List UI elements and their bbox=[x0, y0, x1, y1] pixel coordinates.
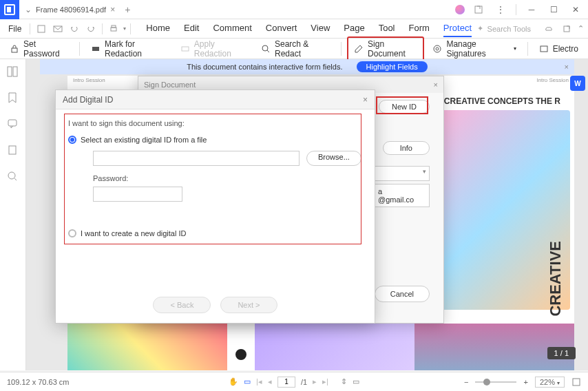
ribbon: Set Password Mark for Redaction Apply Re… bbox=[0, 39, 588, 59]
browse-button[interactable]: Browse... bbox=[306, 151, 361, 166]
print-dropdown-icon[interactable]: ▾ bbox=[123, 25, 126, 32]
svg-rect-7 bbox=[92, 47, 99, 51]
tab-home[interactable]: Home bbox=[146, 20, 170, 37]
thumbnails-icon[interactable] bbox=[7, 66, 19, 78]
select-tool-icon[interactable]: ▭ bbox=[244, 377, 251, 386]
save-icon[interactable] bbox=[34, 22, 48, 36]
svg-point-9 bbox=[262, 45, 268, 51]
tab-page[interactable]: Page bbox=[344, 20, 364, 37]
ai-assistant-icon[interactable] bbox=[455, 5, 465, 14]
bottom-images bbox=[67, 324, 574, 370]
redo-icon[interactable] bbox=[84, 22, 98, 36]
info-button[interactable]: Info bbox=[383, 141, 430, 155]
radio-create-row[interactable]: I want to create a new digital ID bbox=[68, 229, 362, 237]
close-window-button[interactable]: ✕ bbox=[567, 1, 584, 18]
hand-tool-icon[interactable]: ✋ bbox=[229, 377, 238, 386]
electronic-label: Electro bbox=[553, 44, 578, 54]
export-icon[interactable] bbox=[560, 22, 574, 36]
password-label: Password: bbox=[93, 174, 362, 182]
svg-rect-3 bbox=[111, 28, 116, 31]
electronic-icon bbox=[539, 44, 549, 54]
search-icon[interactable] bbox=[7, 171, 19, 183]
mail-icon[interactable] bbox=[51, 22, 65, 36]
more-icon[interactable]: ⋮ bbox=[492, 1, 509, 18]
app-logo bbox=[0, 0, 19, 19]
tab-comment[interactable]: Comment bbox=[213, 20, 251, 37]
search-redact-icon bbox=[261, 44, 271, 54]
tab-convert[interactable]: Convert bbox=[266, 20, 297, 37]
last-page-icon[interactable]: ▸| bbox=[322, 377, 328, 386]
new-id-highlight bbox=[376, 96, 428, 114]
manage-signatures-button[interactable]: Manage Signatures ▾ bbox=[427, 36, 521, 61]
svg-rect-1 bbox=[38, 25, 45, 32]
attachment-icon[interactable] bbox=[7, 145, 19, 157]
cancel-button[interactable]: Cancel bbox=[375, 286, 430, 302]
apply-redaction-button: Apply Redaction bbox=[175, 36, 253, 61]
manage-signatures-label: Manage Signatures bbox=[446, 39, 509, 59]
svg-rect-16 bbox=[8, 120, 17, 126]
share-icon[interactable] bbox=[470, 1, 487, 18]
doc-header-right: Intro Session bbox=[536, 77, 569, 85]
scroll-mode-icon[interactable]: ⇕ bbox=[341, 377, 347, 386]
zoom-slider[interactable] bbox=[475, 381, 516, 383]
email-line2: @gmail.co bbox=[378, 196, 426, 204]
password-input[interactable] bbox=[93, 187, 182, 202]
page-input[interactable] bbox=[277, 377, 295, 388]
file-menu[interactable]: File bbox=[4, 24, 25, 34]
banner-close-icon[interactable]: × bbox=[565, 63, 569, 71]
zoom-value[interactable]: 22% ▾ bbox=[535, 377, 565, 388]
sign-dialog-title: Sign Document bbox=[144, 81, 196, 89]
tab-form[interactable]: Form bbox=[409, 20, 430, 37]
electronic-button[interactable]: Electro bbox=[534, 41, 584, 56]
page-indicator: 1 / 1 bbox=[547, 347, 576, 359]
svg-rect-15 bbox=[13, 67, 17, 76]
tab-protect[interactable]: Protect bbox=[443, 20, 472, 37]
tab-edit[interactable]: Edit bbox=[184, 20, 199, 37]
set-password-button[interactable]: Set Password bbox=[4, 36, 74, 61]
page-layout-icon[interactable]: ▭ bbox=[353, 377, 359, 386]
maximize-button[interactable]: ☐ bbox=[545, 1, 562, 18]
svg-rect-13 bbox=[540, 46, 547, 52]
starburst-icon bbox=[233, 346, 249, 363]
radio-existing-row[interactable]: Select an existing digital ID from a fil… bbox=[68, 136, 362, 144]
first-page-icon[interactable]: |◂ bbox=[256, 377, 262, 386]
svg-rect-14 bbox=[8, 67, 12, 76]
back-button: < Back bbox=[153, 297, 211, 313]
prev-page-icon[interactable]: ◂ bbox=[268, 377, 272, 386]
tab-view[interactable]: View bbox=[311, 20, 330, 37]
tab-close-icon[interactable]: × bbox=[110, 5, 115, 14]
search-redact-button[interactable]: Search & Redact bbox=[255, 36, 335, 61]
apply-redaction-icon bbox=[180, 44, 190, 54]
radio-create[interactable] bbox=[68, 229, 76, 237]
undo-icon[interactable] bbox=[67, 22, 81, 36]
print-icon[interactable] bbox=[107, 22, 120, 36]
next-page-icon[interactable]: ▸ bbox=[313, 377, 317, 386]
minimize-button[interactable]: ─ bbox=[523, 1, 540, 18]
zoom-out-icon[interactable]: − bbox=[464, 378, 468, 386]
search-tools-label[interactable]: Search Tools bbox=[487, 25, 531, 33]
svg-rect-4 bbox=[112, 25, 116, 28]
fit-page-icon[interactable] bbox=[571, 377, 581, 387]
tab-filename: Frame 48096914.pdf bbox=[36, 6, 106, 14]
word-export-icon[interactable]: W bbox=[570, 76, 585, 91]
zoom-in-icon[interactable]: + bbox=[523, 378, 527, 386]
wand-icon[interactable]: ✦ bbox=[477, 24, 483, 33]
radio-existing[interactable] bbox=[68, 136, 76, 144]
sign-dialog-close-icon[interactable]: × bbox=[434, 81, 438, 89]
highlight-fields-button[interactable]: Highlight Fields bbox=[357, 61, 428, 72]
comment-icon[interactable] bbox=[7, 118, 19, 131]
svg-rect-0 bbox=[475, 6, 482, 13]
cloud-upload-icon[interactable] bbox=[542, 22, 556, 36]
tab-tool[interactable]: Tool bbox=[379, 20, 395, 37]
statusbar: 109.12 x 70.63 cm ✋ ▭ |◂ ◂ /1 ▸ ▸| ⇕ ▭ −… bbox=[0, 372, 588, 391]
document-tab[interactable]: ⌄ Frame 48096914.pdf × bbox=[19, 0, 120, 19]
mark-redaction-button[interactable]: Mark for Redaction bbox=[85, 36, 172, 61]
collapse-ribbon-icon[interactable]: ⌃ bbox=[578, 24, 584, 33]
add-tab-button[interactable]: + bbox=[125, 4, 130, 15]
sign-dropdown[interactable]: ▾ bbox=[375, 166, 430, 181]
digid-title: Add Digital ID bbox=[63, 95, 113, 105]
sign-document-button[interactable]: Sign Document bbox=[347, 36, 424, 61]
file-path-input[interactable] bbox=[93, 151, 300, 166]
digid-close-icon[interactable]: × bbox=[363, 95, 368, 105]
bookmark-icon[interactable] bbox=[7, 92, 19, 105]
